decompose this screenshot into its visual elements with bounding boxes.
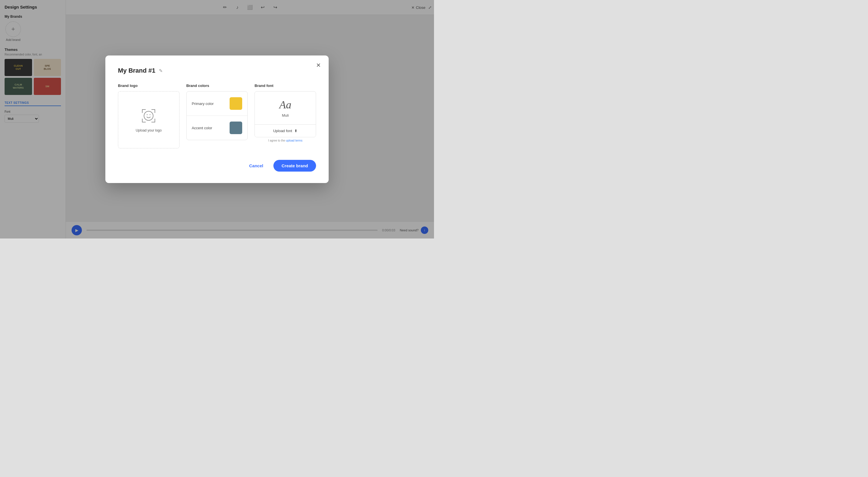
brand-logo-label: Brand logo <box>118 83 180 88</box>
font-box: Aa Muli Upload font ⬆ <box>254 91 316 137</box>
font-preview-name: Muli <box>282 113 289 117</box>
modal-close-icon: ✕ <box>316 62 321 69</box>
modal-title: My Brand #1 <box>118 67 155 74</box>
upload-icon: ⬆ <box>294 129 298 133</box>
accent-color-swatch[interactable] <box>229 122 242 134</box>
create-brand-button[interactable]: Create brand <box>273 160 316 172</box>
upload-font-label: Upload font <box>273 129 292 133</box>
cancel-button[interactable]: Cancel <box>243 161 269 171</box>
edit-title-button[interactable]: ✎ <box>158 67 163 74</box>
font-preview-text: Aa <box>279 98 291 111</box>
pencil-edit-icon: ✎ <box>159 68 163 73</box>
primary-color-label: Primary color <box>192 102 214 106</box>
brand-logo-section: Brand logo <box>118 83 180 148</box>
logo-upload-area[interactable]: Upload your logo <box>118 91 180 148</box>
svg-point-0 <box>144 111 153 121</box>
modal-footer: Cancel Create brand <box>118 160 316 172</box>
accent-color-label: Accent color <box>192 126 212 130</box>
corner-marks-svg <box>140 107 157 125</box>
colors-box: Primary color Accent color <box>186 91 248 140</box>
upload-logo-text: Upload your logo <box>136 128 162 132</box>
brand-font-label: Brand font <box>254 83 316 88</box>
primary-color-row: Primary color <box>187 92 248 115</box>
brand-font-section: Brand font Aa Muli Upload font ⬆ I agree… <box>254 83 316 148</box>
brand-colors-section: Brand colors Primary color Accent color <box>186 83 248 148</box>
logo-icon-area <box>140 107 157 125</box>
upload-terms: I agree to the upload terms <box>254 139 316 142</box>
modal-overlay: ✕ My Brand #1 ✎ Brand logo <box>0 0 434 238</box>
upload-font-button[interactable]: Upload font ⬆ <box>255 125 316 137</box>
primary-color-swatch[interactable] <box>229 97 242 110</box>
font-preview-area: Aa Muli <box>255 92 316 125</box>
svg-point-2 <box>150 114 151 115</box>
svg-point-1 <box>147 114 148 115</box>
modal-close-button[interactable]: ✕ <box>314 61 323 70</box>
modal-title-row: My Brand #1 ✎ <box>118 67 316 74</box>
accent-color-row: Accent color <box>187 115 248 140</box>
brand-modal: ✕ My Brand #1 ✎ Brand logo <box>105 56 329 183</box>
brand-colors-label: Brand colors <box>186 83 248 88</box>
upload-terms-link[interactable]: upload terms <box>286 139 303 142</box>
modal-columns: Brand logo <box>118 83 316 148</box>
